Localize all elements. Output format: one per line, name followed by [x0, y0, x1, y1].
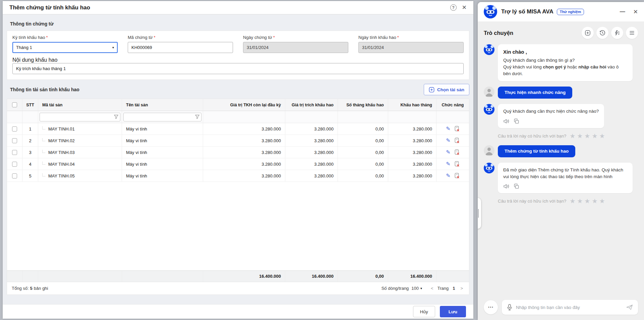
required-marker: *	[154, 35, 156, 40]
edit-row-icon[interactable]: ✎	[446, 150, 450, 155]
select-all-checkbox[interactable]	[12, 102, 17, 107]
plus-square-icon	[429, 87, 434, 93]
period-select[interactable]: Tháng 1 ▾	[12, 42, 118, 53]
star-icon[interactable]: ★	[592, 133, 597, 139]
content-input[interactable]	[12, 63, 464, 74]
save-button[interactable]: Lưu	[440, 306, 466, 317]
total-remaining: 16.400.000	[203, 271, 285, 282]
choose-asset-button[interactable]: Chọn tài sản	[424, 84, 469, 95]
row-asset-name: Máy vi tính	[122, 123, 203, 135]
microphone-icon[interactable]	[507, 304, 513, 311]
row-checkbox[interactable]	[12, 173, 17, 178]
rating-prompt: Câu trả lời này có hữu ích với bạn?	[498, 199, 566, 204]
field-doc-code: Mã chứng từ*	[128, 35, 233, 53]
edit-row-icon[interactable]: ✎	[446, 126, 450, 131]
history-button[interactable]	[596, 27, 608, 39]
col-monthly: Khấu hao tháng	[388, 99, 436, 111]
chat-close-icon[interactable]: ✕	[633, 9, 638, 15]
quick-actions-button[interactable]	[611, 27, 623, 39]
row-checkbox[interactable]	[12, 126, 17, 131]
bot-bubble: Quý khách đang cần thực hiện chức năng n…	[498, 104, 604, 128]
star-icon[interactable]: ★	[599, 198, 605, 204]
row-checkbox[interactable]	[12, 162, 17, 167]
message-tools	[503, 118, 599, 124]
total-monthly: 16.400.000	[388, 271, 436, 282]
rating-row: Câu trả lời này có hữu ích với bạn?★★★★★	[498, 133, 638, 139]
bot-bubble: Đã mở giao diện Thêm chứng từ Tính khấu …	[498, 163, 633, 194]
star-icon[interactable]: ★	[570, 198, 575, 204]
doc-code-input[interactable]	[128, 42, 233, 53]
row-monthly: 3.280.000	[388, 123, 436, 135]
table-body: 1MAY TINH.01Máy vi tính3.280.0003.280.00…	[7, 123, 469, 182]
filter-asset-name-input[interactable]	[123, 113, 201, 121]
speaker-icon[interactable]	[503, 183, 510, 189]
chevron-down-icon: ▾	[112, 46, 114, 49]
filter-asset-code-input[interactable]	[40, 113, 120, 121]
row-depreciation: 3.280.000	[285, 123, 338, 135]
chat-messages: Xin chào ,Quý khách đang cần thông tin g…	[478, 43, 644, 297]
bot-greeting-title: Xin chào ,	[503, 48, 627, 56]
total-months: 0,00	[338, 271, 388, 282]
choose-asset-label: Chọn tài sản	[437, 87, 464, 92]
row-checkbox[interactable]	[12, 138, 17, 143]
new-chat-button[interactable]	[582, 27, 594, 39]
prev-page-button[interactable]: <	[429, 286, 435, 291]
row-checkbox[interactable]	[12, 150, 17, 155]
star-icon[interactable]: ★	[577, 133, 583, 139]
bot-message-line: Quý khách vui lòng chọn gợi ý hoặc nhập …	[503, 64, 627, 77]
edit-row-icon[interactable]: ✎	[446, 161, 450, 167]
star-icon[interactable]: ★	[592, 198, 597, 204]
star-icon[interactable]: ★	[584, 133, 590, 139]
star-icon[interactable]: ★	[570, 133, 575, 139]
star-icon[interactable]: ★	[577, 198, 583, 204]
cancel-button[interactable]: Hủy	[413, 306, 435, 317]
funnel-icon[interactable]	[195, 114, 200, 121]
chat-inputbar: ...	[478, 297, 644, 320]
star-icon[interactable]: ★	[599, 133, 605, 139]
edit-row-icon[interactable]: ✎	[446, 173, 450, 178]
chat-section-title: Trò chuyện	[484, 30, 513, 36]
row-months: 0,00	[338, 158, 388, 170]
calc-date-label: Ngày tính khấu hao	[358, 35, 396, 40]
next-page-button[interactable]: >	[459, 286, 464, 291]
delete-row-icon[interactable]	[454, 149, 460, 155]
help-icon[interactable]: ?	[450, 4, 457, 11]
copy-icon[interactable]	[514, 118, 519, 124]
send-icon[interactable]	[626, 304, 633, 311]
chat-input[interactable]	[516, 305, 623, 310]
bot-message-line: Đã mở giao diện Thêm chứng từ Tính khấu …	[503, 167, 627, 180]
delete-row-icon[interactable]	[454, 173, 460, 179]
depreciation-dialog: Thêm chứng từ tính khấu hao ? ✕ Thông ti…	[3, 1, 473, 319]
ava-avatar	[484, 44, 494, 55]
delete-row-icon[interactable]	[454, 161, 460, 167]
close-icon[interactable]: ✕	[462, 5, 467, 10]
speaker-icon[interactable]	[503, 118, 510, 124]
row-remaining: 3.280.000	[203, 170, 285, 181]
row-remaining: 3.280.000	[203, 135, 285, 146]
edit-row-icon[interactable]: ✎	[446, 138, 450, 143]
row-asset-code: MAY TINH.03	[38, 147, 122, 158]
funnel-icon[interactable]	[114, 114, 119, 121]
rating-stars: ★★★★★	[570, 198, 605, 204]
rows-per-page-select[interactable]: 100 ▾	[411, 286, 422, 291]
col-asset-code: Mã tài sản	[38, 99, 122, 111]
bot-message: Quý khách đang cần thực hiện chức năng n…	[484, 104, 638, 128]
row-monthly: 3.280.000	[388, 147, 436, 158]
delete-row-icon[interactable]	[454, 126, 460, 132]
row-remaining: 3.280.000	[203, 158, 285, 170]
row-asset-name: Máy vi tính	[122, 158, 203, 170]
panel-resize-handle[interactable]	[478, 198, 481, 229]
star-icon[interactable]: ★	[584, 198, 590, 204]
bot-message: Đã mở giao diện Thêm chứng từ Tính khấu …	[484, 163, 638, 194]
beta-badge: Thử nghiệm	[557, 9, 584, 15]
copy-icon[interactable]	[514, 183, 519, 189]
chat-toolbar: Trò chuyện	[478, 21, 644, 43]
delete-row-icon[interactable]	[454, 138, 460, 144]
dialog-bottombar: Hủy Lưu	[3, 304, 473, 319]
row-monthly: 3.280.000	[388, 158, 436, 170]
more-options-button[interactable]: ...	[484, 300, 498, 314]
menu-button[interactable]	[626, 27, 638, 39]
minimize-icon[interactable]: —	[620, 9, 625, 14]
rating-stars: ★★★★★	[570, 133, 605, 139]
user-message-pill: Thêm chứng từ tính khấu hao	[498, 145, 575, 157]
